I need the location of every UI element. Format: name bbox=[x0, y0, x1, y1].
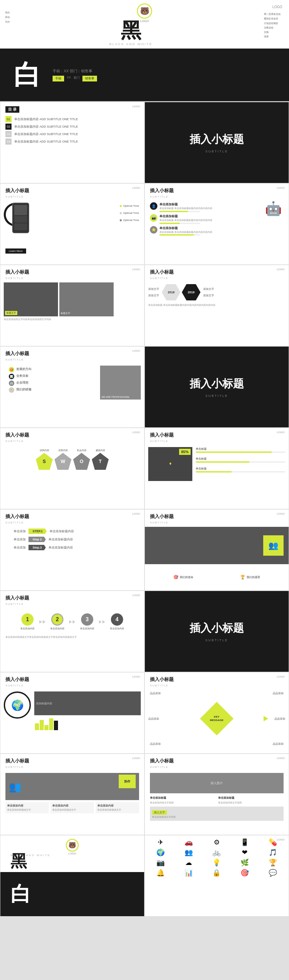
photo-label-2: 标题文字 bbox=[61, 312, 70, 315]
progress-slide: LOGO 插入小标题 SUBTITLE 85% 💡 单击标题 单击标题 bbox=[144, 428, 289, 509]
swot-t-shape: T bbox=[92, 453, 109, 470]
people-icon: 👥 bbox=[184, 848, 193, 856]
swot-w-shape: W bbox=[55, 453, 71, 470]
bar-3 bbox=[44, 725, 49, 730]
chevron-icon bbox=[39, 620, 42, 624]
final-logo: LOGO bbox=[66, 852, 79, 855]
photo-subtitle: SUBTITLE bbox=[0, 277, 144, 282]
row-chart-key: LOGO 插入小标题 SUBTITLE 🌍 添加标题内容 bbox=[0, 672, 289, 754]
dark-center-1: 插入小标题 SUBTITLE bbox=[145, 102, 289, 183]
prog-item-1: 单击标题 bbox=[196, 447, 285, 453]
toc-num-2: 02 bbox=[5, 124, 11, 130]
learn-more-btn[interactable]: Learn More bbox=[5, 248, 26, 254]
list-item-title-1: 单击添加标题 bbox=[159, 202, 212, 207]
bar-2 bbox=[40, 720, 44, 730]
tag-dept: XX bbox=[67, 76, 71, 81]
chart-title: 插入小标题 bbox=[0, 673, 144, 684]
team-labels: 🎯 我们的使命 🏆 我们的愿景 bbox=[145, 575, 289, 579]
num-circle-1: 1 bbox=[21, 613, 33, 625]
dark-slide-2: 插入小标题 SUBTITLE bbox=[144, 346, 289, 428]
people-items: 单击添加内容 单击添加内容描述文字 单击添加内容 单击添加内容描述文字 单击添加… bbox=[5, 802, 139, 813]
chart-slide: LOGO 插入小标题 SUBTITLE 🌍 添加标题内容 bbox=[0, 672, 144, 754]
swot-w: 劣势内容 W bbox=[55, 449, 71, 470]
heart-icon: ❤ bbox=[242, 848, 248, 856]
phone-subtitle: SUBTITLE bbox=[0, 195, 144, 201]
hex-title: 插入小标题 bbox=[145, 265, 289, 277]
toc-text-3: 单击添加标题内容 ADD SUBTITLE ONE TITLE bbox=[14, 132, 78, 137]
contact-subtitle: SUBTITLE bbox=[145, 765, 289, 771]
people-item-2: 单击添加内容 单击添加内容描述文字 bbox=[51, 802, 94, 813]
photo-row: 标题文字 标题文字 bbox=[0, 282, 144, 317]
row-swot-progress: LOGO 插入小标题 SUBTITLE 优势内容 S 劣势内容 W 机会内容 O bbox=[0, 428, 289, 509]
bike-icon: 🚲 bbox=[212, 848, 221, 856]
numbers-row: 1 单击添加内容 2 单击添加内容 bbox=[0, 608, 144, 635]
arrow-3 bbox=[99, 620, 105, 624]
list-item-title-3: 单击添加标题 bbox=[159, 226, 212, 231]
icon-item-phone: 📱 bbox=[232, 838, 258, 846]
right-labels: 周一至周末活动 规划企业会议 计划总结项目 注释总结 文稿 演讲 bbox=[264, 12, 281, 39]
list-item-3: ⭐ 单击添加标题 单击添加标题 单击添加标题标题内容内容内容内容 bbox=[150, 226, 284, 237]
step-1-pre: 单击添加 bbox=[5, 529, 26, 534]
globe-icon: 🌍 bbox=[4, 692, 31, 719]
car-icon: 🚗 bbox=[184, 838, 193, 846]
list-item-text-3: 单击添加标题 单击添加标题标题内容内容内容内容 bbox=[159, 231, 212, 234]
team-content: 👥 🎯 我们的使命 🏆 我们的愿景 bbox=[145, 527, 289, 583]
num-step-4: 4 单击添加内容 bbox=[107, 613, 127, 630]
progress-title: 插入小标题 bbox=[145, 428, 289, 439]
bulb-icon: 💡 bbox=[212, 859, 221, 867]
tag-sales: 销售事 bbox=[83, 76, 97, 81]
goal-item-2: 📊 业务目标 bbox=[9, 374, 92, 379]
hex-slide: LOGO 插入小标题 SUBTITLE 添加文字 添加文字 2018 2019 … bbox=[144, 265, 289, 346]
people-icon: 👥 bbox=[9, 781, 21, 792]
icon-item-heart: ❤ bbox=[232, 848, 258, 856]
timeline-items: Optimal Time Optimal Time Optimal Time bbox=[120, 204, 139, 222]
kanji-black: 黑 bbox=[121, 17, 141, 45]
team-label-2: 🏆 我们的愿景 bbox=[240, 575, 260, 579]
list-item-text-1: 单击添加标题 单击添加标题标题内容内容内容内容 bbox=[159, 207, 212, 210]
phone-mockup bbox=[12, 203, 29, 233]
key-slide: LOGO 插入小标题 SUBTITLE 品品添加 品品添加 品品添加 品品添加 … bbox=[144, 672, 289, 754]
list-subtitle: SUBTITLE bbox=[145, 195, 289, 201]
step-2-pre: 单击添加 bbox=[5, 537, 26, 542]
contact-col1: 单击添加标题 单击添加内容文字说明 bbox=[150, 796, 215, 805]
lock-icon: 🔒 bbox=[212, 869, 221, 877]
swot-s: 优势内容 S bbox=[36, 449, 53, 470]
photo-2: 标题文字 bbox=[59, 282, 114, 317]
tag-row: 手稿 XX 部门 销售事 bbox=[52, 76, 97, 81]
toc-text-2: 单击添加标题内容 ADD SUBTITLE ONE TITLE bbox=[14, 124, 78, 129]
row-phone-list: LOGO 插入小标题 SUBTITLE Optimal Time bbox=[0, 183, 289, 265]
goal-text-1: 发展的方向 bbox=[16, 367, 32, 371]
key-message-text: KEYMESSAGE bbox=[210, 715, 224, 722]
people-title: 插入小标题 bbox=[0, 754, 144, 765]
final-slide: 🐻 LOGO 白 黑 BLACK AND WHITE bbox=[0, 835, 144, 916]
presentation-container: LOGO 🐻 LOGO 场合 师说 写作 周一至周末活动 规划企业会议 计划总结… bbox=[0, 0, 289, 916]
icon-item-bulb: 💡 bbox=[204, 859, 230, 867]
hex-content: 添加文字 添加文字 2018 2019 添加文字 添加文字 bbox=[145, 282, 289, 302]
people-image: 👥 协作 bbox=[5, 773, 139, 800]
hex-subtitle: SUBTITLE bbox=[145, 277, 289, 282]
swot-slide: LOGO 插入小标题 SUBTITLE 优势内容 S 劣势内容 W 机会内容 O bbox=[0, 428, 144, 509]
step-3-desc: 单击添加标题内容 bbox=[49, 546, 73, 550]
logo-top-right: LOGO bbox=[272, 5, 282, 9]
swot-shapes: 优势内容 S 劣势内容 W 机会内容 O 威胁内容 T bbox=[0, 445, 144, 473]
goal-icon-3: 🏢 bbox=[9, 380, 14, 386]
dark-big-text-2: 插入小标题 bbox=[190, 377, 244, 391]
list-item-2: 📷 单击添加标题 单击添加标题 单击添加标题标题内容内容内容内容 bbox=[150, 214, 284, 225]
icon-item-chart: 📊 bbox=[176, 869, 202, 877]
progress-subtitle: SUBTITLE bbox=[145, 439, 289, 445]
numbers-slide: LOGO 插入小标题 SUBTITLE 1 单击添加内容 2 单击添加内容 bbox=[0, 591, 144, 672]
bar-4 bbox=[49, 718, 53, 730]
icon-item-gear: ⚙ bbox=[204, 838, 230, 846]
globe-icon: 🌍 bbox=[156, 848, 165, 856]
icon-item-bell: 🔔 bbox=[148, 869, 174, 877]
goal-list: 🎯 发展的方向 📊 业务目标 🏢 企业理想 ✨ 我们的骄傲 bbox=[4, 366, 97, 399]
icon-item-music: 🎵 bbox=[260, 848, 286, 856]
step-1-row: 单击添加 STEP.1 单击添加标题内容 bbox=[5, 528, 139, 534]
hex-desc: 单击添加标题 单击添加标题标题内容内容内容内容内容内容内容 bbox=[145, 302, 289, 308]
contact-content: 插入图片 单击添加标题 单击添加内容文字说明 单击添加标题 单击添加内容文字说明… bbox=[145, 771, 289, 822]
bell-icon: 🔔 bbox=[156, 869, 165, 877]
people-content: 👥 协作 单击添加内容 单击添加内容描述文字 单击添加内容 单击添加内容描述文字… bbox=[0, 771, 144, 815]
gray-box-label: 插入文字 bbox=[152, 810, 167, 815]
row-numbers-dark: LOGO 插入小标题 SUBTITLE 1 单击添加内容 2 单击添加内容 bbox=[0, 591, 289, 672]
icon-item-bike: 🚲 bbox=[204, 848, 230, 856]
